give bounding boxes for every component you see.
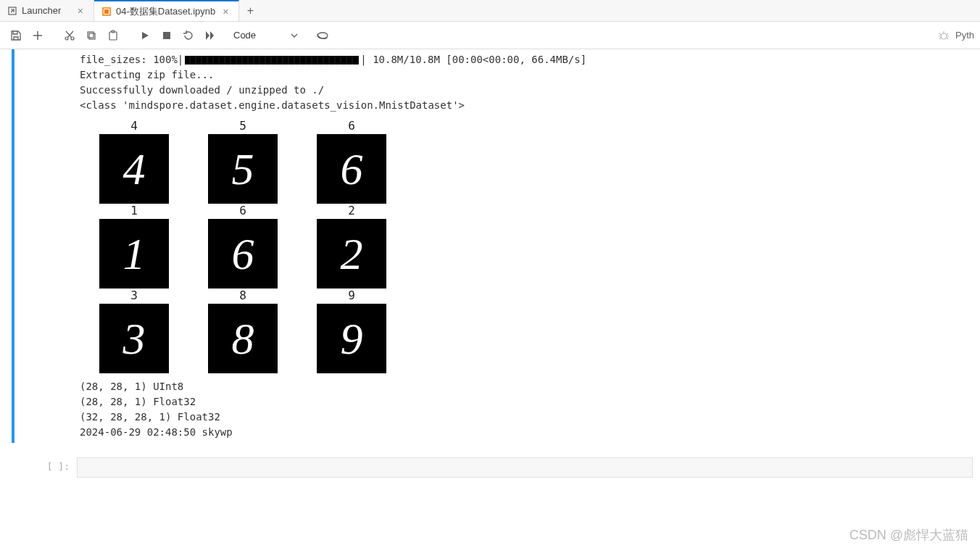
paste-button[interactable] (103, 25, 123, 46)
notebook-content: file_sizes: 100%|| 10.8M/10.8M [00:00<00… (0, 49, 980, 548)
code-cell-input[interactable] (77, 457, 973, 478)
mnist-item: 66 (188, 204, 297, 288)
tab-label: 04-数据集Dataset.ipynb (116, 5, 215, 18)
mnist-item: 44 (80, 119, 188, 204)
svg-point-10 (317, 33, 328, 38)
close-icon[interactable]: × (220, 6, 231, 17)
svg-rect-7 (109, 32, 117, 40)
kernel-name[interactable]: Pyth (955, 30, 974, 41)
svg-point-3 (65, 37, 68, 40)
cut-button[interactable] (59, 25, 80, 46)
run-button[interactable] (135, 25, 155, 46)
celltype-select[interactable]: Code (228, 28, 304, 42)
mnist-image: 6 (208, 219, 278, 288)
mnist-image: 8 (208, 304, 278, 373)
mnist-item: 99 (297, 288, 406, 373)
mnist-image: 4 (99, 134, 169, 204)
add-tab-button[interactable]: + (239, 0, 261, 21)
cell-output: file_sizes: 100%|| 10.8M/10.8M [00:00<00… (12, 49, 980, 443)
progress-bar (185, 56, 359, 65)
toolbar: Code Pyth (0, 22, 980, 49)
mnist-item: 66 (297, 119, 406, 204)
mnist-item: 88 (188, 288, 297, 373)
mnist-image: 5 (208, 134, 278, 204)
svg-rect-9 (163, 32, 170, 39)
output-text: file_sizes: 100%|| 10.8M/10.8M [00:00<00… (80, 52, 980, 113)
mnist-image: 2 (317, 219, 386, 288)
tab-bar: Launcher × 04-数据集Dataset.ipynb × + (0, 0, 980, 22)
mnist-item: 55 (188, 119, 297, 204)
restart-button[interactable] (178, 25, 199, 46)
save-button[interactable] (6, 25, 26, 46)
chevron-down-icon (291, 32, 298, 39)
svg-rect-2 (104, 9, 109, 14)
tab-launcher[interactable]: Launcher × (0, 0, 94, 21)
tab-notebook[interactable]: 04-数据集Dataset.ipynb × (94, 0, 239, 21)
svg-point-4 (71, 37, 74, 40)
mnist-item: 33 (80, 288, 188, 373)
mnist-item: 22 (297, 204, 406, 288)
variable-inspector-button[interactable] (312, 25, 333, 46)
mnist-grid: 44 55 66 11 66 22 33 88 99 (80, 119, 980, 373)
input-prompt: [ ]: (12, 457, 77, 478)
run-all-button[interactable] (200, 25, 220, 46)
copy-button[interactable] (81, 25, 101, 46)
svg-rect-6 (89, 33, 95, 39)
code-cell[interactable]: [ ]: (12, 457, 980, 478)
mnist-image: 3 (99, 304, 169, 373)
external-icon (7, 6, 17, 16)
svg-point-11 (941, 33, 947, 39)
tab-label: Launcher (22, 5, 70, 16)
mnist-image: 1 (99, 219, 169, 288)
mnist-image: 6 (317, 134, 386, 204)
celltype-label: Code (233, 30, 256, 41)
mnist-item: 11 (80, 204, 188, 288)
output-text: (28, 28, 1) UInt8 (28, 28, 1) Float32 (3… (80, 379, 980, 440)
close-icon[interactable]: × (75, 5, 86, 17)
mnist-image: 9 (317, 304, 386, 373)
notebook-icon (101, 7, 112, 17)
stop-button[interactable] (157, 25, 177, 46)
svg-rect-5 (88, 32, 94, 38)
add-cell-button[interactable] (28, 25, 48, 46)
bug-icon[interactable] (938, 30, 950, 41)
